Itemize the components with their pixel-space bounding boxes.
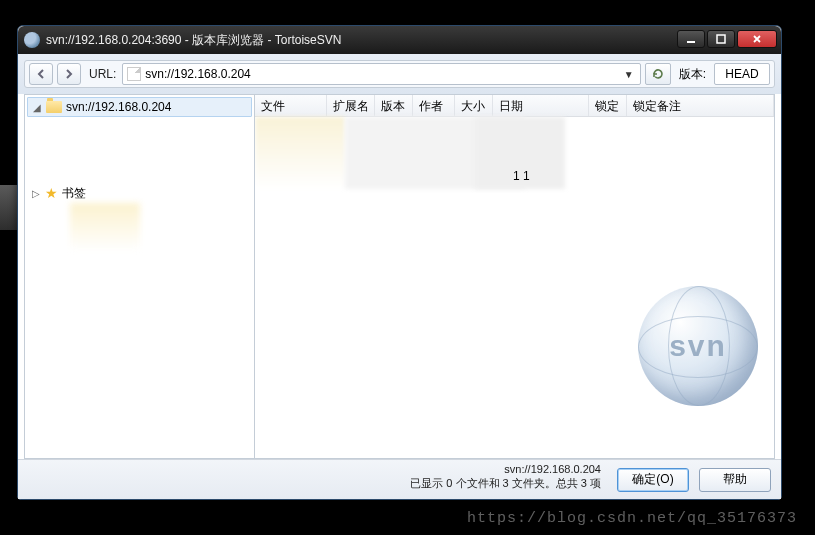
svg-rect-0: [687, 41, 695, 43]
titlebar[interactable]: svn://192.168.0.204:3690 - 版本库浏览器 - Tort…: [18, 26, 781, 54]
status-count: 已显示 0 个文件和 3 文件夹。总共 3 项: [410, 476, 601, 490]
svg-rect-1: [717, 35, 725, 43]
tree-root-node[interactable]: ◢ svn://192.168.0.204: [27, 97, 252, 117]
list-content[interactable]: 1 1 svn: [255, 117, 774, 458]
expand-toggle[interactable]: ▷: [31, 188, 41, 199]
col-lock-comment[interactable]: 锁定备注: [627, 95, 774, 116]
close-button[interactable]: [737, 30, 777, 48]
tree-root-label: svn://192.168.0.204: [66, 100, 171, 114]
tree-blurred-items: [70, 203, 140, 251]
blog-watermark: https://blog.csdn.net/qq_35176373: [467, 510, 797, 527]
expand-toggle[interactable]: ◢: [32, 102, 42, 113]
star-icon: ★: [45, 186, 58, 200]
minimize-button[interactable]: [677, 30, 705, 48]
ok-button[interactable]: 确定(O): [617, 468, 689, 492]
list-cell-value: 1 1: [513, 169, 530, 183]
status-path: svn://192.168.0.204: [410, 462, 601, 476]
maximize-button[interactable]: [707, 30, 735, 48]
col-rev[interactable]: 版本: [375, 95, 413, 116]
url-dropdown-arrow[interactable]: ▼: [622, 69, 636, 80]
back-button[interactable]: [29, 63, 53, 85]
tree-bookmarks-label: 书签: [62, 185, 86, 202]
refresh-button[interactable]: [645, 63, 671, 85]
list-pane[interactable]: 文件 扩展名 版本 作者 大小 日期 锁定 锁定备注 1 1 svn: [255, 95, 774, 458]
window-controls: [675, 30, 777, 50]
list-blurred-region: [255, 117, 345, 189]
tree-pane[interactable]: ◢ svn://192.168.0.204 ▷ ★ 书签: [25, 95, 255, 458]
background-strip: [0, 185, 17, 230]
col-file[interactable]: 文件: [255, 95, 327, 116]
dialog-footer: svn://192.168.0.204 已显示 0 个文件和 3 文件夹。总共 …: [18, 459, 781, 499]
repo-browser-window: svn://192.168.0.204:3690 - 版本库浏览器 - Tort…: [17, 25, 782, 500]
url-toolbar: URL: svn://192.168.0.204 ▼ 版本: HEAD: [24, 60, 775, 88]
col-lock[interactable]: 锁定: [589, 95, 627, 116]
col-date[interactable]: 日期: [493, 95, 589, 116]
window-title: svn://192.168.0.204:3690 - 版本库浏览器 - Tort…: [46, 32, 675, 49]
tree-bookmarks-node[interactable]: ▷ ★ 书签: [27, 183, 252, 203]
url-input[interactable]: svn://192.168.0.204 ▼: [122, 63, 640, 85]
revision-label: 版本:: [675, 66, 710, 83]
url-label: URL:: [85, 67, 118, 81]
tortoisesvn-icon: [24, 32, 40, 48]
help-button[interactable]: 帮助: [699, 468, 771, 492]
svn-logo-text: svn: [669, 329, 727, 363]
status-text: svn://192.168.0.204 已显示 0 个文件和 3 文件夹。总共 …: [410, 462, 601, 490]
content-split: ◢ svn://192.168.0.204 ▷ ★ 书签 文件 扩展名 版本 作…: [24, 94, 775, 459]
revision-input[interactable]: HEAD: [714, 63, 770, 85]
svn-watermark-globe: svn: [638, 286, 758, 406]
page-icon: [127, 67, 141, 81]
col-size[interactable]: 大小: [455, 95, 493, 116]
col-author[interactable]: 作者: [413, 95, 455, 116]
url-text: svn://192.168.0.204: [145, 67, 617, 81]
forward-button[interactable]: [57, 63, 81, 85]
toolbar-area: URL: svn://192.168.0.204 ▼ 版本: HEAD: [18, 54, 781, 94]
folder-icon: [46, 101, 62, 113]
col-ext[interactable]: 扩展名: [327, 95, 375, 116]
column-headers: 文件 扩展名 版本 作者 大小 日期 锁定 锁定备注: [255, 95, 774, 117]
